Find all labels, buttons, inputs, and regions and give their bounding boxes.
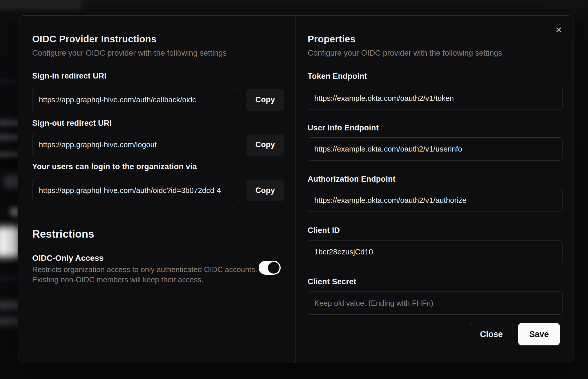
column-divider xyxy=(295,16,296,363)
background-blur-band-1 xyxy=(0,78,18,83)
close-button[interactable]: Close xyxy=(470,323,513,345)
toggle-thumb xyxy=(268,262,280,274)
copy-sign-out-uri-button[interactable]: Copy xyxy=(246,134,284,156)
oidc-only-toggle[interactable] xyxy=(259,261,281,275)
token-endpoint-input[interactable] xyxy=(308,87,563,110)
sign-in-redirect-uri-input[interactable] xyxy=(32,88,240,111)
instructions-subtitle: Configure your OIDC provider with the fo… xyxy=(32,49,227,58)
oidc-only-access-label: OIDC-Only Access xyxy=(32,254,104,263)
sign-out-redirect-uri-label: Sign-out redirect URI xyxy=(32,119,112,128)
copy-login-uri-button[interactable]: Copy xyxy=(246,180,284,201)
instructions-title: OIDC Provider Instructions xyxy=(32,34,157,45)
user-info-endpoint-label: User Info Endpoint xyxy=(308,123,379,132)
oidc-settings-dialog: ✕ OIDC Provider Instructions Configure y… xyxy=(18,15,574,363)
client-secret-input[interactable] xyxy=(308,291,563,315)
sign-in-redirect-uri-label: Sign-in redirect URI xyxy=(32,72,106,81)
properties-title: Properties xyxy=(308,34,355,45)
client-secret-label: Client Secret xyxy=(308,277,356,286)
copy-sign-in-uri-button[interactable]: Copy xyxy=(246,89,284,111)
instructions-column: OIDC Provider Instructions Configure you… xyxy=(32,16,289,363)
properties-column: Properties Configure your OIDC provider … xyxy=(308,16,563,363)
client-id-input[interactable] xyxy=(308,240,563,263)
organization-login-uri-label: Your users can login to the organization… xyxy=(32,162,197,171)
section-divider xyxy=(32,214,289,214)
dialog-actions: Close Save xyxy=(470,323,560,345)
properties-subtitle: Configure your OIDC provider with the fo… xyxy=(308,49,502,58)
token-endpoint-label: Token Endpoint xyxy=(308,72,367,81)
sign-out-redirect-uri-row: Copy xyxy=(32,133,284,156)
user-info-endpoint-input[interactable] xyxy=(308,137,563,161)
background-blur-white-button xyxy=(0,227,20,257)
oidc-only-access-description: Restricts organization access to only au… xyxy=(32,265,257,285)
organization-login-uri-input[interactable] xyxy=(32,179,240,202)
background-blur-topbar xyxy=(0,0,82,10)
client-id-label: Client ID xyxy=(308,226,340,235)
organization-login-uri-row: Copy xyxy=(32,179,284,202)
sign-out-redirect-uri-input[interactable] xyxy=(32,133,240,156)
restrictions-title: Restrictions xyxy=(32,228,94,240)
sign-in-redirect-uri-row: Copy xyxy=(32,88,284,111)
authorization-endpoint-label: Authorization Endpoint xyxy=(308,175,395,184)
authorization-endpoint-input[interactable] xyxy=(308,189,563,212)
save-button[interactable]: Save xyxy=(518,323,560,345)
